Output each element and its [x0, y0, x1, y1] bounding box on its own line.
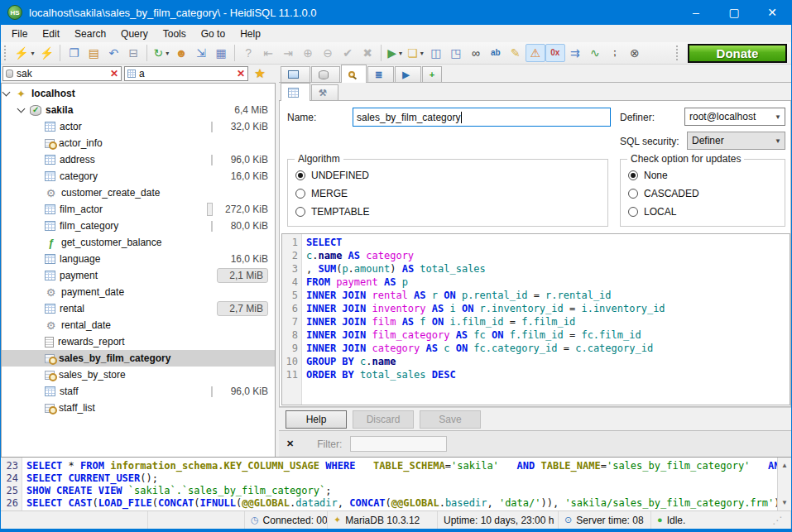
- indent-button[interactable]: ⇉: [565, 44, 585, 62]
- dropdown-caret-icon[interactable]: ▾: [166, 50, 169, 57]
- tree-item-address[interactable]: address96,0 KiB: [2, 151, 275, 168]
- refresh-button[interactable]: ↻▾: [151, 44, 171, 62]
- menu-search[interactable]: Search: [67, 26, 113, 41]
- save-sql-button[interactable]: ◫: [426, 44, 446, 62]
- scroll-down-icon[interactable]: ▼: [781, 496, 788, 509]
- help-button[interactable]: Help: [286, 410, 347, 429]
- tree-item-language[interactable]: language16,0 KiB: [2, 251, 275, 267]
- radio-merge[interactable]: MERGE: [288, 185, 607, 203]
- view-name-input[interactable]: sales_by_film_category: [353, 108, 611, 127]
- tab-newtab-button[interactable]: +: [422, 66, 442, 82]
- radio-temptable[interactable]: TEMPTABLE: [288, 203, 607, 221]
- menu-help[interactable]: Help: [233, 26, 268, 41]
- copy-button[interactable]: ❐: [64, 44, 84, 62]
- tab-data[interactable]: ≣: [367, 66, 394, 82]
- snippets-button[interactable]: ▦: [211, 44, 231, 62]
- chevron-down-icon[interactable]: ▼: [771, 137, 785, 145]
- menu-query[interactable]: Query: [113, 26, 156, 41]
- undo-button[interactable]: ↶: [103, 44, 123, 62]
- radio-local[interactable]: LOCAL: [621, 203, 785, 221]
- tree-item-get-customer-balance[interactable]: ƒget_customer_balance: [2, 234, 275, 251]
- tab-database-sakila[interactable]: [311, 66, 340, 82]
- tree-item-staff[interactable]: staff96,0 KiB: [2, 383, 275, 400]
- radio-icon[interactable]: [628, 189, 638, 199]
- clear-table-filter-icon[interactable]: ✕: [237, 69, 245, 79]
- hex-view-button[interactable]: 0x: [545, 44, 565, 62]
- beautify-button[interactable]: ∿: [585, 44, 605, 62]
- expand-chevron-icon[interactable]: [17, 105, 26, 113]
- tree-item-rewards-report[interactable]: rewards_report: [2, 333, 275, 350]
- tree-item-payment-date[interactable]: ⚙payment_date: [2, 284, 275, 300]
- database-filter-input[interactable]: sak ✕: [2, 66, 122, 81]
- table-filter-input[interactable]: a ✕: [124, 66, 248, 81]
- tree-item-film-category[interactable]: film_category80,0 KiB: [2, 218, 275, 234]
- view-sql-editor[interactable]: 1234567891011 SELECTc.name AS category, …: [281, 233, 790, 405]
- tree-item-sales-by-film-category[interactable]: sales_by_film_category: [2, 350, 275, 367]
- tree-item-payment[interactable]: payment2,1 MiB: [2, 267, 275, 284]
- radio-cascaded[interactable]: CASCADED: [621, 185, 785, 203]
- tab-view-sales-by-film-category[interactable]: [341, 65, 367, 83]
- tree-item-localhost[interactable]: ✦localhost: [2, 85, 275, 102]
- paste-button[interactable]: ▤: [84, 44, 103, 62]
- tree-item-customer-create-date[interactable]: ⚙customer_create_date: [2, 185, 275, 201]
- maximize-button[interactable]: ▢: [715, 0, 753, 25]
- dropdown-caret-icon[interactable]: ▾: [420, 50, 424, 57]
- find-text-button[interactable]: ∞: [466, 44, 486, 62]
- tree-item-sales-by-store[interactable]: sales_by_store: [2, 367, 275, 383]
- menu-go-to[interactable]: Go to: [194, 26, 233, 41]
- radio-undefined[interactable]: UNDEFINED: [288, 166, 607, 185]
- save-sql-as-button[interactable]: ◳: [446, 44, 466, 62]
- export-database-button[interactable]: ⇲: [191, 44, 211, 62]
- run-query-button[interactable]: ▶▾: [385, 44, 405, 62]
- donate-toolbar-grip[interactable]: [676, 46, 680, 60]
- delimiter-button[interactable]: ;: [605, 44, 625, 62]
- tree-item-category[interactable]: category16,0 KiB: [2, 168, 275, 185]
- print-button[interactable]: ⊟: [123, 44, 143, 62]
- menu-edit[interactable]: Edit: [35, 26, 67, 41]
- radio-icon[interactable]: [628, 207, 638, 217]
- radio-icon[interactable]: [295, 170, 305, 180]
- toolbar-grip[interactable]: [4, 46, 8, 60]
- open-sql-file-button[interactable]: ❏▾: [405, 44, 426, 62]
- stop-on-errors-button[interactable]: ⚠: [526, 44, 545, 62]
- tree-item-sakila[interactable]: sakila6,4 MiB: [2, 102, 275, 118]
- tree-item-staff-list[interactable]: staff_list: [2, 400, 275, 416]
- tab-query[interactable]: ▶: [395, 66, 420, 82]
- subtab-options[interactable]: [281, 83, 310, 101]
- radio-icon[interactable]: [295, 207, 305, 217]
- reformat-sql-button[interactable]: ✎: [506, 44, 526, 62]
- log-scrollbar[interactable]: ▲ ▼: [777, 458, 791, 510]
- expand-chevron-icon[interactable]: [2, 89, 11, 97]
- subtab-create-code[interactable]: ⚒: [311, 84, 338, 100]
- favorites-filter-icon[interactable]: ★: [251, 66, 269, 81]
- user-manager-button[interactable]: ☻: [171, 44, 191, 62]
- menu-tools[interactable]: Tools: [156, 26, 194, 41]
- tree-item-actor[interactable]: actor32,0 KiB: [2, 118, 275, 135]
- dropdown-caret-icon[interactable]: ▾: [399, 50, 402, 57]
- clear-database-filter-icon[interactable]: ✕: [110, 69, 118, 79]
- donate-button[interactable]: Donate: [688, 44, 787, 63]
- tab-host-127-0-0-1[interactable]: [281, 66, 310, 82]
- dropdown-caret-icon[interactable]: ▾: [31, 50, 34, 57]
- radio-icon[interactable]: [295, 189, 305, 199]
- resize-grip-icon[interactable]: ⋰: [772, 515, 785, 526]
- chevron-down-icon[interactable]: ▼: [771, 113, 785, 121]
- close-button[interactable]: ✕: [753, 0, 791, 25]
- tree-item-actor-info[interactable]: actor_info: [2, 135, 275, 151]
- minimize-button[interactable]: –: [677, 0, 715, 25]
- filter-input[interactable]: [350, 436, 447, 452]
- radio-none[interactable]: None: [621, 166, 785, 185]
- replace-text-button[interactable]: ab: [486, 44, 506, 62]
- radio-icon[interactable]: [628, 170, 638, 180]
- session-manager-button[interactable]: ⚡▾: [12, 44, 36, 62]
- menu-file[interactable]: File: [4, 26, 35, 41]
- tree-item-film-actor[interactable]: film_actor272,0 KiB: [2, 201, 275, 218]
- definer-combobox[interactable]: root@localhost ▼: [684, 108, 785, 126]
- stop-process-button[interactable]: ⊗: [625, 44, 645, 62]
- scroll-up-icon[interactable]: ▲: [781, 459, 788, 472]
- close-filter-icon[interactable]: ✕: [286, 439, 294, 449]
- disconnect-button[interactable]: ⚡: [36, 44, 56, 62]
- tree-item-rental[interactable]: rental2,7 MiB: [2, 300, 275, 317]
- tree-item-rental-date[interactable]: ⚙rental_date: [2, 317, 275, 333]
- sql-security-combobox[interactable]: Definer ▼: [687, 132, 785, 150]
